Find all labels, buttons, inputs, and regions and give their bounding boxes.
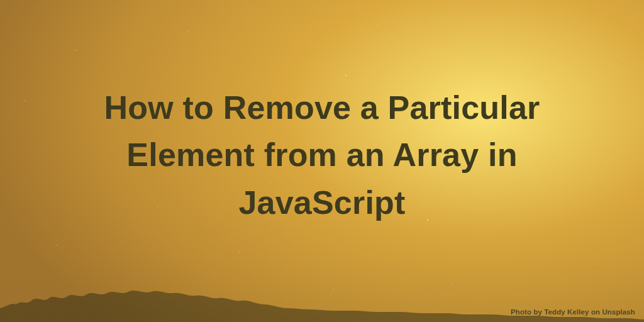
article-title: How to Remove a Particular Element from …	[45, 84, 599, 226]
hero-banner: How to Remove a Particular Element from …	[0, 0, 644, 322]
photo-credit: Photo by Teddy Kelley on Unsplash	[511, 308, 635, 316]
